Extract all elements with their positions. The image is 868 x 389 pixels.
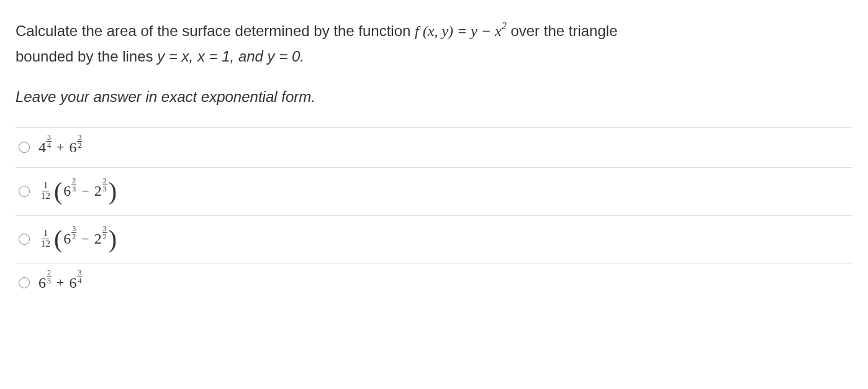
radio-icon[interactable] xyxy=(19,142,30,153)
close-paren-icon: ) xyxy=(109,227,117,252)
option-a-term1-exp-num: 3 xyxy=(47,134,52,142)
option-b-term1-base: 6 xyxy=(63,183,71,199)
open-paren-icon: ( xyxy=(54,227,62,252)
question-line2-part1: bounded by the lines xyxy=(16,48,157,65)
option-a-op: + xyxy=(57,139,64,155)
close-paren-icon: ) xyxy=(109,179,117,204)
option-c-expr: 1 12 ( 6 3 2 − 2 3 2 ) xyxy=(38,227,117,252)
bounds-text: y = x, x = 1, and y = 0. xyxy=(157,48,304,65)
option-a-term1-exp-den: 4 xyxy=(47,142,52,149)
option-c-term2-base: 2 xyxy=(94,231,102,247)
option-d-term1-exp-den: 3 xyxy=(47,277,52,285)
question-line1-part2: over the triangle xyxy=(507,22,618,39)
open-paren-icon: ( xyxy=(54,179,62,204)
option-c-term1-exp-den: 2 xyxy=(71,233,76,240)
option-a-term2-exp-num: 3 xyxy=(77,134,82,142)
option-c-op: − xyxy=(81,231,89,247)
radio-icon[interactable] xyxy=(19,277,30,288)
option-c-term2-exp-den: 2 xyxy=(102,233,107,240)
instruction-text: Leave your answer in exact exponential f… xyxy=(16,88,852,106)
option-a-expr: 4 3 4 + 6 3 2 xyxy=(38,139,82,156)
option-b-expr: 1 12 ( 6 2 3 − 2 2 3 ) xyxy=(38,179,117,204)
option-c-term1-base: 6 xyxy=(63,231,71,247)
option-a-term2-exp-den: 2 xyxy=(77,142,82,149)
option-d-term1-exp-num: 2 xyxy=(47,269,52,277)
radio-icon[interactable] xyxy=(19,186,30,197)
answer-option-d[interactable]: 6 2 3 + 6 3 4 xyxy=(16,263,852,303)
answer-list: 4 3 4 + 6 3 2 1 12 ( xyxy=(16,127,852,303)
option-d-op: + xyxy=(57,275,64,291)
option-a-term2-base: 6 xyxy=(69,139,76,156)
answer-option-b[interactable]: 1 12 ( 6 2 3 − 2 2 3 ) xyxy=(16,168,852,216)
fn-exp: 2 xyxy=(502,21,507,31)
option-b-term2-base: 2 xyxy=(94,183,102,199)
option-b-coef-den: 12 xyxy=(40,191,52,201)
option-b-term2-exp-den: 3 xyxy=(102,185,107,193)
question-text: Calculate the area of the surface determ… xyxy=(16,19,852,70)
option-b-op: − xyxy=(81,183,89,199)
option-b-term1-exp-den: 3 xyxy=(71,185,76,193)
option-c-coef-den: 12 xyxy=(40,239,52,249)
option-d-term2-base: 6 xyxy=(69,275,76,291)
fn-args: (x, y) = y − x xyxy=(419,23,502,39)
answer-option-a[interactable]: 4 3 4 + 6 3 2 xyxy=(16,128,852,168)
answer-option-c[interactable]: 1 12 ( 6 3 2 − 2 3 2 ) xyxy=(16,216,852,263)
question-line1-part1: Calculate the area of the surface determ… xyxy=(16,22,415,39)
fn-f: f xyxy=(415,23,419,39)
radio-icon[interactable] xyxy=(19,234,30,245)
option-d-expr: 6 2 3 + 6 3 4 xyxy=(38,275,82,291)
option-d-term1-base: 6 xyxy=(38,275,46,291)
option-a-term1-base: 4 xyxy=(38,139,46,156)
option-d-term2-exp-den: 4 xyxy=(77,277,82,285)
option-b-coef-num: 1 xyxy=(42,181,50,191)
option-d-term2-exp-num: 3 xyxy=(77,269,82,277)
option-c-coef-num: 1 xyxy=(42,229,50,239)
